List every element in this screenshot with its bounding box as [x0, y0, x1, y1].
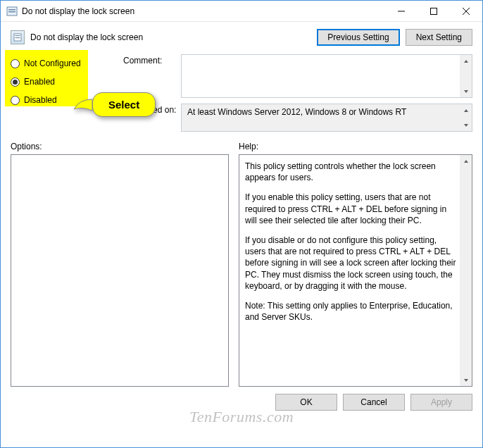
- help-text: Note: This setting only applies to Enter…: [245, 300, 456, 323]
- options-label: Options:: [11, 142, 229, 151]
- radio-label: Not Configured: [24, 58, 81, 68]
- radio-label: Disabled: [24, 95, 57, 105]
- policy-title: Do not display the lock screen: [30, 32, 317, 42]
- supported-on-box: At least Windows Server 2012, Windows 8 …: [181, 104, 472, 132]
- select-callout-annotation: Select: [92, 92, 156, 117]
- help-text: If you disable or do not configure this …: [245, 235, 456, 292]
- scroll-up-icon[interactable]: [460, 104, 472, 116]
- svg-rect-2: [8, 11, 15, 13]
- scroll-up-icon[interactable]: [460, 55, 472, 67]
- policy-icon: [6, 6, 18, 17]
- scroll-down-icon[interactable]: [460, 374, 472, 386]
- svg-rect-1: [8, 9, 15, 11]
- radio-icon: [11, 59, 20, 68]
- radio-label: Enabled: [24, 77, 55, 87]
- apply-button[interactable]: Apply: [410, 394, 472, 411]
- radio-enabled[interactable]: Enabled: [11, 73, 116, 91]
- svg-rect-3: [398, 11, 405, 11]
- close-button[interactable]: [450, 1, 482, 21]
- radio-icon: [11, 96, 20, 105]
- scrollbar[interactable]: [460, 155, 472, 386]
- scroll-down-icon[interactable]: [460, 85, 472, 97]
- policy-header-icon: [11, 30, 25, 44]
- comment-label: Comment:: [123, 54, 178, 98]
- svg-rect-7: [15, 37, 20, 38]
- ok-button[interactable]: OK: [275, 394, 337, 411]
- help-label: Help:: [239, 142, 472, 151]
- scroll-up-icon[interactable]: [460, 155, 472, 167]
- scroll-down-icon[interactable]: [460, 119, 472, 131]
- scrollbar[interactable]: [460, 104, 472, 131]
- svg-rect-4: [431, 8, 437, 14]
- previous-setting-button[interactable]: Previous Setting: [317, 29, 399, 46]
- next-setting-button[interactable]: Next Setting: [406, 29, 472, 46]
- help-text: This policy setting controls whether the…: [245, 161, 456, 183]
- radio-not-configured[interactable]: Not Configured: [11, 54, 116, 73]
- supported-on-value: At least Windows Server 2012, Windows 8 …: [187, 107, 406, 117]
- callout-label: Select: [92, 92, 156, 117]
- titlebar: Do not display the lock screen: [1, 1, 482, 22]
- cancel-button[interactable]: Cancel: [343, 394, 405, 411]
- radio-icon: [11, 77, 20, 87]
- scrollbar[interactable]: [460, 55, 472, 97]
- help-panel: This policy setting controls whether the…: [239, 154, 472, 387]
- minimize-button[interactable]: [385, 1, 418, 21]
- help-text: If you enable this policy setting, users…: [245, 192, 456, 226]
- maximize-button[interactable]: [418, 1, 450, 21]
- options-panel: [11, 154, 229, 387]
- window-title: Do not display the lock screen: [22, 6, 385, 16]
- svg-rect-6: [15, 35, 20, 36]
- comment-textarea[interactable]: [181, 54, 472, 98]
